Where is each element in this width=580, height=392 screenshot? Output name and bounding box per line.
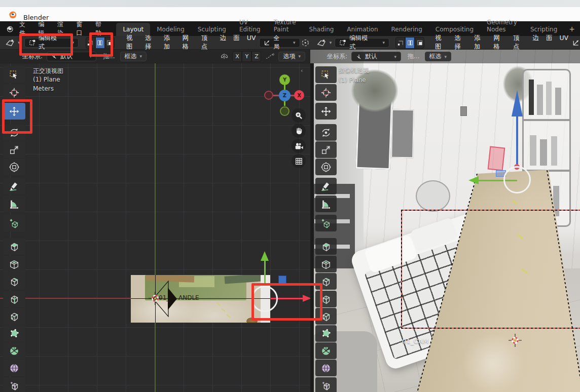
viewport-menu-3[interactable]: 网格 [493, 34, 505, 51]
mirror-axis-z[interactable]: Z [251, 51, 261, 62]
zoom-icon [295, 111, 303, 120]
gizmo-xy-plane-handle[interactable] [278, 276, 286, 284]
knife-tool-button[interactable] [3, 308, 25, 325]
smooth-tool-button[interactable] [3, 360, 25, 376]
pan-view-button[interactable] [292, 124, 306, 138]
falloff-icon[interactable] [265, 53, 274, 60]
inset-faces-tool-button[interactable] [315, 256, 337, 272]
workspace-tab-shading[interactable]: Shading [303, 23, 341, 36]
viewport-menu-2[interactable]: 添加 [474, 34, 486, 51]
gizmo-yz-plane-handle[interactable] [488, 146, 505, 171]
edge-slide-tool-button[interactable] [315, 377, 337, 392]
nav-axis-y-neg[interactable] [280, 106, 289, 116]
camera-view-button[interactable] [292, 139, 306, 153]
gizmo-x-arrowhead[interactable] [468, 176, 479, 184]
measure-tool-button[interactable] [315, 195, 337, 212]
edge-slide-tool-button[interactable] [3, 377, 25, 392]
move-tool-button[interactable] [315, 103, 337, 120]
mirror-axis-y[interactable]: Y [242, 51, 251, 62]
viewport-menu-0[interactable]: 视图 [435, 34, 447, 51]
poly-build-tool-button[interactable] [315, 325, 337, 342]
extrude-tool-button[interactable] [3, 238, 25, 255]
cursor-tool-button[interactable] [315, 84, 337, 101]
annotate-tool-button[interactable] [315, 178, 337, 194]
rotate-tool-button[interactable] [315, 124, 337, 141]
editor-type-icon[interactable] [5, 38, 16, 47]
bevel-tool-button[interactable] [3, 273, 25, 290]
face-select-button[interactable] [415, 37, 424, 49]
scale-tool-button[interactable] [3, 141, 25, 158]
spin-tool-button[interactable] [3, 342, 25, 359]
nav-axis-z[interactable]: Z [279, 90, 291, 101]
viewport-menu-7[interactable]: UV [247, 34, 256, 51]
viewport-menu-0[interactable]: 视图 [126, 34, 138, 51]
viewport-menu-5[interactable]: 边 [220, 34, 227, 51]
gizmo-z-shaft[interactable] [516, 114, 518, 167]
poly-build-tool-button[interactable] [3, 325, 25, 342]
edge-select-button[interactable] [405, 37, 415, 49]
tweak-select-button[interactable] [315, 66, 337, 83]
workspace-tab-texture-paint[interactable]: Texture Paint [267, 16, 303, 36]
smooth-tool-button[interactable] [315, 360, 337, 376]
viewport-menu-4[interactable]: 顶点 [201, 34, 213, 51]
gizmo-z-arrowhead[interactable] [512, 90, 523, 116]
proportional-editing-icon[interactable] [301, 38, 309, 47]
inset-faces-tool-button[interactable] [3, 256, 25, 272]
measure-tool-button[interactable] [3, 195, 25, 212]
right-viewport[interactable]: 01_CAM 摄像机透视 (1) Plane 坐标系: 默认 ▾ 拖 [310, 50, 580, 392]
viewport-menu-6[interactable]: 面 [233, 34, 240, 51]
mirror-icon[interactable] [220, 53, 229, 60]
nav-axis-x[interactable]: X [294, 90, 304, 100]
gizmo-y-arrowhead[interactable] [261, 251, 269, 261]
tweak-select-icon [320, 69, 332, 81]
viewport-menu-4[interactable]: 顶点 [513, 34, 525, 51]
viewport-menu-5[interactable]: 边 [532, 34, 539, 51]
bevel-tool-icon [9, 276, 20, 287]
collapse-region-arrow[interactable]: ‹ [301, 67, 303, 74]
viewport-menu-1[interactable]: 选择 [145, 34, 157, 51]
ortho-toggle-button[interactable] [292, 154, 306, 168]
coord-dropdown[interactable]: 默认 ▾ [351, 52, 401, 61]
gizmo-center-circle[interactable] [503, 166, 531, 193]
zoom-view-button[interactable] [292, 108, 306, 123]
transform-tool-button[interactable] [3, 159, 25, 175]
workspace-tab-uv-editing[interactable]: UV Editing [233, 16, 267, 36]
add-cube-tool-button[interactable] [315, 215, 337, 231]
editor-type-icon[interactable] [316, 38, 328, 47]
drag-label[interactable]: 拖... [408, 52, 419, 61]
mirror-axis-x[interactable]: X [232, 51, 242, 62]
cursor-tool-button[interactable] [3, 84, 25, 101]
workspace-tab-geometry-nodes[interactable]: Geometry Nodes [480, 16, 524, 36]
viewport-menu-2[interactable]: 添加 [164, 34, 175, 51]
add-cube-tool-button[interactable] [3, 215, 25, 231]
pane-separator[interactable] [310, 63, 314, 392]
mode-dropdown[interactable]: 编辑模式 ▾ [335, 38, 389, 48]
viewport-menu-3[interactable]: 网格 [183, 34, 194, 51]
left-viewport[interactable]: 正交顶视图 (1) Plane Meters 01_ ANDLE [0, 63, 310, 392]
extrude-tool-button[interactable] [315, 238, 337, 255]
wall-switch [460, 106, 467, 116]
edge-slide-tool-icon [9, 380, 20, 391]
annotate-tool-button[interactable] [3, 178, 25, 194]
nav-axis-x-neg[interactable] [264, 91, 273, 100]
vertex-select-button[interactable] [395, 37, 405, 49]
add-workspace-button[interactable]: + [564, 23, 580, 35]
options-dropdown[interactable]: 选项 ▾ [278, 52, 305, 61]
box-select-dropdown[interactable]: 框选 ▾ [120, 52, 147, 61]
workspace-tab-rendering[interactable]: Rendering [385, 23, 429, 36]
global-axes-icon[interactable] [572, 39, 580, 47]
nav-axis-y[interactable]: Y [279, 74, 290, 85]
viewport-menu-7[interactable]: UV [559, 34, 568, 51]
blender-menu-logo-icon[interactable] [6, 25, 13, 33]
transform-tool-button[interactable] [315, 159, 337, 175]
loop-cut-tool-button[interactable] [3, 291, 25, 307]
orientation-dropdown[interactable]: 全局 ▾ [259, 38, 300, 48]
cursor-tool-icon [320, 87, 332, 98]
box-select-dropdown[interactable]: 框选 ▾ [425, 52, 452, 61]
annotation-box-move-tool [2, 99, 32, 134]
viewport-menu-6[interactable]: 面 [546, 34, 553, 51]
spin-tool-button[interactable] [315, 342, 337, 359]
scale-tool-button[interactable] [315, 141, 337, 158]
tweak-select-button[interactable] [3, 66, 25, 83]
viewport-menu-1[interactable]: 选择 [455, 34, 467, 51]
